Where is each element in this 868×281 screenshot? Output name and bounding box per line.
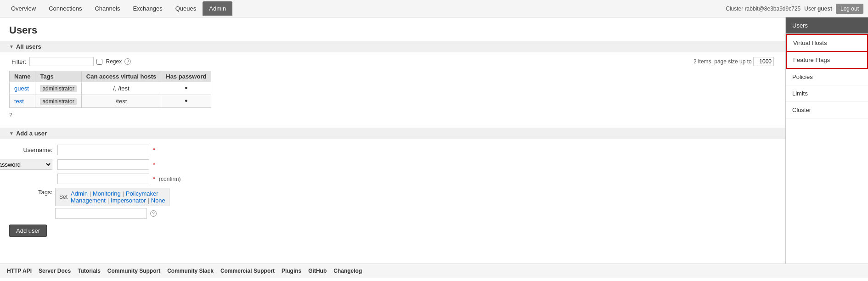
tags-set-row: SetAdmin|Monitoring|PolicymakerManagemen… (55, 188, 169, 206)
add-user-section: ▼ Add a user Username: * Password Hashed… (9, 128, 776, 237)
tag-admin[interactable]: Admin (71, 190, 88, 197)
filter-label: Filter: (11, 58, 27, 65)
tags-input[interactable] (55, 208, 147, 219)
footer-server-docs[interactable]: Server Docs (39, 268, 71, 274)
all-users-title: All users (16, 43, 41, 50)
tag-monitoring[interactable]: Monitoring (93, 190, 121, 197)
filter-input[interactable] (29, 57, 94, 66)
regex-help-icon[interactable]: ? (124, 58, 131, 65)
sidebar-item-policies[interactable]: Policies (786, 69, 868, 85)
user-tags-cell: administrator (35, 95, 81, 108)
cluster-label: Cluster (726, 6, 743, 12)
user-password-cell: • (161, 95, 211, 108)
col-header-name: Name (10, 71, 35, 82)
user-name-cell: guest (10, 82, 35, 95)
footer-plugins[interactable]: Plugins (282, 268, 301, 274)
add-user-title: Add a user (16, 130, 47, 137)
footer-http-api[interactable]: HTTP API (7, 268, 32, 274)
tags-help-icon[interactable]: ? (150, 210, 157, 217)
col-header-vhosts: Can access virtual hosts (81, 71, 161, 82)
password-required-star: * (153, 161, 155, 168)
tag-management[interactable]: Management (71, 197, 106, 204)
tag-policymaker[interactable]: Policymaker (126, 190, 158, 197)
col-header-password: Has password (161, 71, 211, 82)
password-input[interactable] (57, 159, 149, 170)
footer-community-slack[interactable]: Community Slack (167, 268, 214, 274)
all-users-section-header: ▼ All users (0, 41, 785, 52)
col-header-tags: Tags (35, 71, 81, 82)
confirm-required-star: * (153, 175, 155, 182)
nav-item-exchanges[interactable]: Exchanges (126, 1, 169, 16)
page-title: Users (9, 24, 776, 36)
user-vhosts-cell: /test (81, 95, 161, 108)
nav-item-queues[interactable]: Queues (169, 1, 203, 16)
footer-tutorials[interactable]: Tutorials (78, 268, 101, 274)
footer-community-support[interactable]: Community Support (107, 268, 160, 274)
footer-commercial-support[interactable]: Commercial Support (220, 268, 275, 274)
nav-links: Overview Connections Channels Exchanges … (5, 1, 232, 16)
top-navigation: Overview Connections Channels Exchanges … (0, 0, 868, 17)
username-input[interactable] (57, 145, 149, 155)
sidebar-item-users[interactable]: Users (786, 17, 868, 34)
logout-button[interactable]: Log out (836, 4, 863, 14)
password-type-select[interactable]: Password Hashed password (0, 159, 52, 170)
right-sidebar: Users Virtual Hosts Feature Flags Polici… (785, 17, 868, 264)
page-size-input[interactable] (753, 57, 774, 66)
footer-changelog[interactable]: Changelog (333, 268, 362, 274)
user-name-link[interactable]: guest (14, 85, 29, 92)
section-collapse-icon[interactable]: ▼ (9, 44, 14, 49)
tag-impersonator[interactable]: Impersonator (111, 197, 146, 204)
username-label: Username: (9, 146, 55, 153)
user-info: User guest (804, 6, 832, 12)
filter-row: Filter: Regex ? 2 items, page size up to (9, 57, 776, 66)
top-nav-right: Cluster rabbit@8e3ba9d9c725 User guest L… (726, 4, 863, 14)
nav-item-connections[interactable]: Connections (42, 1, 88, 16)
sidebar-item-feature-flags[interactable]: Feature Flags (786, 52, 868, 69)
user-password-cell: • (161, 82, 211, 95)
user-label: User (804, 6, 816, 12)
username-display: guest (817, 6, 832, 12)
tags-content: SetAdmin|Monitoring|PolicymakerManagemen… (55, 188, 169, 219)
table-help-icon[interactable]: ? (9, 112, 12, 118)
cluster-info: Cluster rabbit@8e3ba9d9c725 (726, 6, 800, 12)
user-name-cell: test (10, 95, 35, 108)
username-required-star: * (153, 146, 155, 153)
main-layout: Users ▼ All users Filter: Regex ? 2 item… (0, 17, 868, 264)
confirm-text: (confirm) (159, 176, 180, 182)
users-table: Name Tags Can access virtual hosts Has p… (9, 71, 211, 108)
table-row: testadministrator/test• (10, 95, 211, 108)
page-size-info: 2 items, page size up to (693, 57, 774, 66)
nav-item-overview[interactable]: Overview (5, 1, 42, 16)
tag-none[interactable]: None (151, 197, 165, 204)
add-user-collapse-icon[interactable]: ▼ (9, 131, 14, 136)
table-row: guestadministrator/, /test• (10, 82, 211, 95)
user-tags-cell: administrator (35, 82, 81, 95)
regex-checkbox[interactable] (96, 59, 102, 65)
tags-label: Tags: (9, 188, 55, 196)
regex-label: Regex (106, 58, 122, 65)
nav-item-admin[interactable]: Admin (203, 1, 232, 16)
sidebar-item-virtual-hosts[interactable]: Virtual Hosts (786, 34, 868, 52)
footer: HTTP API Server Docs Tutorials Community… (0, 264, 868, 278)
set-label: Set (59, 194, 68, 200)
page-size-text: 2 items, page size up to (693, 58, 752, 65)
user-vhosts-cell: /, /test (81, 82, 161, 95)
user-name-link[interactable]: test (14, 98, 24, 105)
sidebar-item-cluster[interactable]: Cluster (786, 102, 868, 118)
footer-github[interactable]: GitHub (308, 268, 327, 274)
sidebar-item-limits[interactable]: Limits (786, 85, 868, 102)
nav-item-channels[interactable]: Channels (88, 1, 126, 16)
confirm-password-input[interactable] (57, 174, 149, 184)
content-area: Users ▼ All users Filter: Regex ? 2 item… (0, 17, 785, 264)
add-user-button[interactable]: Add user (9, 225, 47, 237)
cluster-name: rabbit@8e3ba9d9c725 (745, 6, 801, 12)
